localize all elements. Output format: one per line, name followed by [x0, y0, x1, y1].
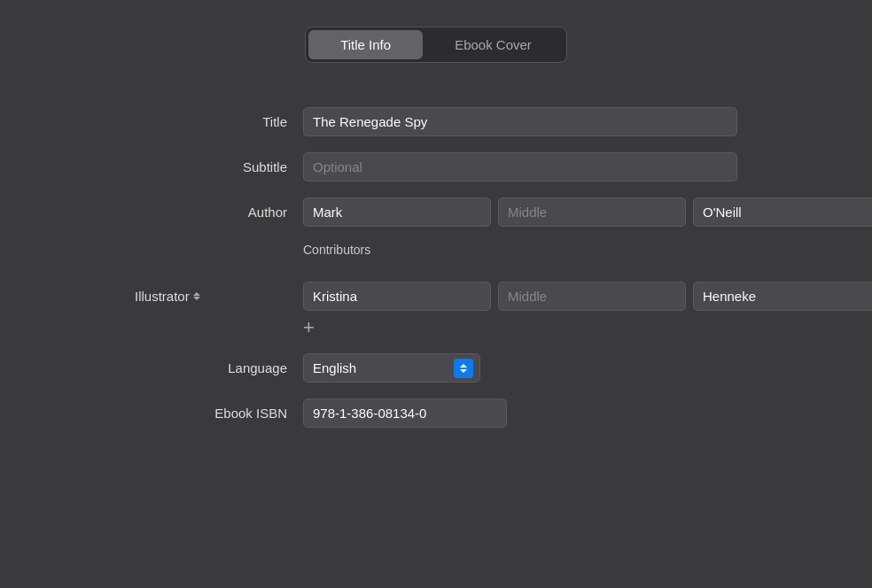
subtitle-label: Subtitle: [135, 159, 303, 174]
isbn-row: Ebook ISBN: [135, 398, 737, 428]
illustrator-first-input[interactable]: [303, 282, 491, 311]
language-row: Language English Spanish French German I…: [135, 353, 737, 383]
author-last-input[interactable]: [693, 197, 872, 227]
chevron-down-icon: [193, 297, 200, 300]
contributors-row: Contributors: [135, 243, 737, 266]
subtitle-input[interactable]: [303, 152, 737, 182]
illustrator-last-input[interactable]: [693, 282, 872, 311]
illustrator-label-container: Illustrator: [135, 289, 303, 304]
illustrator-middle-input[interactable]: [498, 282, 686, 311]
tab-ebook-cover[interactable]: Ebook Cover: [423, 30, 564, 59]
author-fields: [303, 197, 872, 227]
title-row: Title: [135, 107, 737, 136]
illustrator-type-button[interactable]: Illustrator: [135, 289, 200, 304]
title-input[interactable]: [303, 107, 737, 136]
title-label: Title: [135, 114, 303, 129]
author-label: Author: [135, 205, 303, 220]
language-label: Language: [135, 360, 303, 375]
illustrator-type-label: Illustrator: [135, 289, 190, 304]
updown-chevron-icon: [193, 292, 200, 300]
author-middle-input[interactable]: [498, 197, 686, 227]
subtitle-row: Subtitle: [135, 152, 737, 182]
language-select[interactable]: English Spanish French German Italian Po…: [303, 353, 480, 383]
illustrator-row: Illustrator ×: [135, 282, 737, 311]
isbn-input[interactable]: [303, 398, 507, 428]
author-first-input[interactable]: [303, 197, 491, 227]
author-row: Author: [135, 197, 737, 227]
form-container: Title Subtitle Author Contributors Illus…: [135, 107, 737, 444]
chevron-up-icon: [193, 292, 200, 296]
contributors-label: Contributors: [303, 243, 370, 257]
isbn-label: Ebook ISBN: [135, 406, 303, 421]
illustrator-fields: [303, 282, 872, 311]
tab-title-info[interactable]: Title Info: [308, 30, 423, 59]
add-contributor-row: +: [135, 318, 737, 337]
add-contributor-button[interactable]: +: [303, 318, 315, 337]
language-select-wrapper: English Spanish French German Italian Po…: [303, 353, 480, 383]
tab-bar: Title Info Ebook Cover: [305, 27, 567, 63]
